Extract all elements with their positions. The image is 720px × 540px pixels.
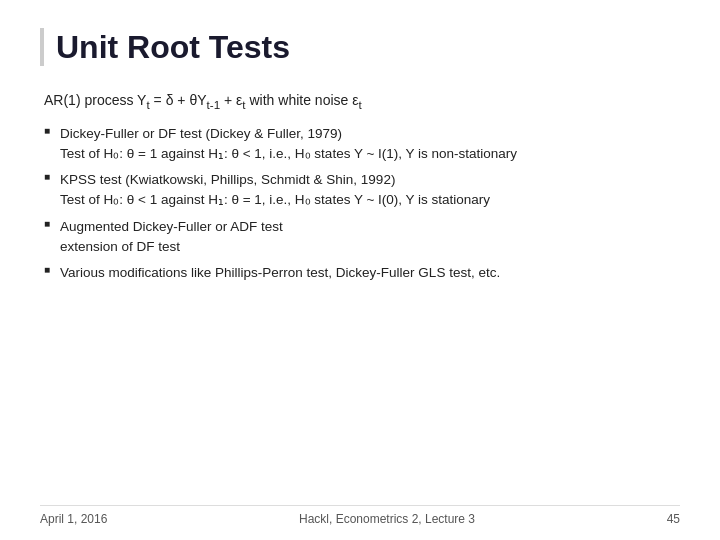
ar-process-line: AR(1) process Yt = δ + θYt-1 + εt with w… (44, 90, 680, 113)
bullet-text-4: Various modifications like Phillips-Perr… (60, 263, 500, 283)
bullet-dot-3: ■ (44, 218, 60, 229)
footer-page: 45 (667, 512, 680, 526)
slide-footer: April 1, 2016 Hackl, Econometrics 2, Lec… (40, 505, 680, 526)
bullet-list: ■ Dickey-Fuller or DF test (Dickey & Ful… (44, 124, 680, 284)
footer-title: Hackl, Econometrics 2, Lecture 3 (299, 512, 475, 526)
slide-container: Unit Root Tests AR(1) process Yt = δ + θ… (0, 0, 720, 540)
bullet-text-2: KPSS test (Kwiatkowski, Phillips, Schmid… (60, 170, 490, 211)
content-area: AR(1) process Yt = δ + θYt-1 + εt with w… (40, 90, 680, 283)
bullet-dot-2: ■ (44, 171, 60, 182)
bullet-text-1: Dickey-Fuller or DF test (Dickey & Fulle… (60, 124, 517, 165)
list-item: ■ Augmented Dickey-Fuller or ADF test ex… (44, 217, 680, 258)
bullet-dot-1: ■ (44, 125, 60, 136)
slide-title: Unit Root Tests (40, 28, 680, 66)
bullet-text-3: Augmented Dickey-Fuller or ADF test exte… (60, 217, 283, 258)
list-item: ■ Dickey-Fuller or DF test (Dickey & Ful… (44, 124, 680, 165)
footer-date: April 1, 2016 (40, 512, 107, 526)
bullet-dot-4: ■ (44, 264, 60, 275)
list-item: ■ KPSS test (Kwiatkowski, Phillips, Schm… (44, 170, 680, 211)
list-item: ■ Various modifications like Phillips-Pe… (44, 263, 680, 283)
